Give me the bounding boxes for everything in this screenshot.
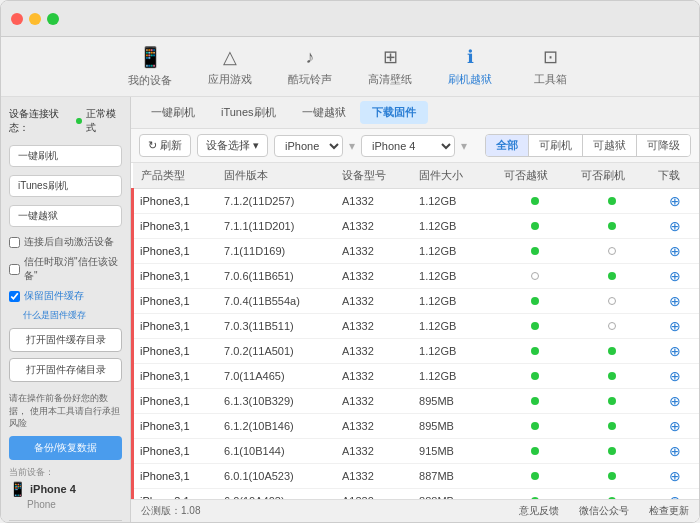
phone-icon: 📱 — [138, 45, 163, 69]
no-flash-dot — [608, 322, 616, 330]
table-row: iPhone3,1 7.1.1(11D201) A1332 1.12GB ⊕ — [133, 214, 700, 239]
cell-download[interactable]: ⊕ — [650, 264, 699, 289]
cell-size: 888MB — [411, 489, 496, 500]
cell-flash — [573, 189, 650, 214]
download-button[interactable]: ⊕ — [669, 443, 681, 459]
minimize-button[interactable] — [29, 13, 41, 25]
wechat-link[interactable]: 微信公众号 — [579, 504, 629, 518]
download-button[interactable]: ⊕ — [669, 268, 681, 284]
cell-download[interactable]: ⊕ — [650, 339, 699, 364]
table-row: iPhone3,1 7.0.3(11B511) A1332 1.12GB ⊕ — [133, 314, 700, 339]
nav-item-wallpaper[interactable]: ⊞ 高清壁纸 — [350, 40, 430, 93]
jailbreak-dot — [531, 347, 539, 355]
cell-download[interactable]: ⊕ — [650, 489, 699, 500]
download-button[interactable]: ⊕ — [669, 368, 681, 384]
onekey-jailbreak-btn[interactable]: 一键越狱 — [9, 205, 122, 227]
cell-size: 887MB — [411, 464, 496, 489]
no-trust-input[interactable] — [9, 264, 20, 275]
cell-download[interactable]: ⊕ — [650, 464, 699, 489]
cell-download[interactable]: ⊕ — [650, 189, 699, 214]
backup-restore-btn[interactable]: 备份/恢复数据 — [9, 436, 122, 460]
tab-onekey-flash[interactable]: 一键刷机 — [139, 101, 207, 124]
table-row: iPhone3,1 7.0.6(11B651) A1332 1.12GB ⊕ — [133, 264, 700, 289]
cell-size: 895MB — [411, 414, 496, 439]
jailbreak-dot — [531, 222, 539, 230]
cell-version: 6.0.1(10A523) — [216, 464, 334, 489]
check-update-link[interactable]: 检查更新 — [649, 504, 689, 518]
open-firmware-dir-btn[interactable]: 打开固件缓存目录 — [9, 328, 122, 352]
cell-product: iPhone3,1 — [133, 439, 217, 464]
download-button[interactable]: ⊕ — [669, 218, 681, 234]
table-row: iPhone3,1 7.1(11D169) A1332 1.12GB ⊕ — [133, 239, 700, 264]
download-button[interactable]: ⊕ — [669, 318, 681, 334]
close-button[interactable] — [11, 13, 23, 25]
nav-item-my-device[interactable]: 📱 我的设备 — [110, 39, 190, 94]
download-button[interactable]: ⊕ — [669, 468, 681, 484]
cell-flash — [573, 389, 650, 414]
auto-reconnect-label: 连接后自动激活设备 — [24, 235, 114, 249]
tutorial-center[interactable]: 教程中心 — [9, 520, 122, 522]
tab-itunes-flash[interactable]: iTunes刷机 — [209, 101, 288, 124]
tab-onekey-jailbreak[interactable]: 一键越狱 — [290, 101, 358, 124]
nav-label-ringtone: 酷玩铃声 — [288, 72, 332, 87]
download-button[interactable]: ⊕ — [669, 243, 681, 259]
refresh-label: 刷新 — [160, 138, 182, 153]
cell-product: iPhone3,1 — [133, 489, 217, 500]
cell-version: 7.1.1(11D201) — [216, 214, 334, 239]
cell-model: A1332 — [334, 414, 411, 439]
filter-can-downgrade[interactable]: 可降级 — [637, 135, 690, 156]
filter-can-flash[interactable]: 可越狱 — [583, 135, 637, 156]
feedback-link[interactable]: 意见反馈 — [519, 504, 559, 518]
download-button[interactable]: ⊕ — [669, 418, 681, 434]
device-select-label: 设备选择 ▾ — [206, 138, 259, 153]
no-trust-checkbox[interactable]: 信任时取消"信任该设备" — [9, 255, 122, 283]
onekey-flash-btn[interactable]: 一键刷机 — [9, 145, 122, 167]
traffic-lights — [11, 13, 59, 25]
firmware-cache-link[interactable]: 什么是固件缓存 — [23, 309, 122, 322]
cell-jailbreak — [496, 364, 573, 389]
jailbreak-dot — [531, 322, 539, 330]
auto-reconnect-checkbox[interactable]: 连接后自动激活设备 — [9, 235, 122, 249]
cell-product: iPhone3,1 — [133, 414, 217, 439]
cell-download[interactable]: ⊕ — [650, 214, 699, 239]
refresh-button[interactable]: ↻ 刷新 — [139, 134, 191, 157]
download-button[interactable]: ⊕ — [669, 393, 681, 409]
cell-download[interactable]: ⊕ — [650, 314, 699, 339]
open-firmware-save-dir-btn[interactable]: 打开固件存储目录 — [9, 358, 122, 382]
device-select-button[interactable]: 设备选择 ▾ — [197, 134, 268, 157]
no-trust-label: 信任时取消"信任该设备" — [24, 255, 122, 283]
device-type-select[interactable]: iPhone iPad iPod — [274, 135, 343, 157]
cell-download[interactable]: ⊕ — [650, 389, 699, 414]
main-content: 设备连接状态： 正常模式 一键刷机 iTunes刷机 一键越狱 连接后自动激活设… — [1, 97, 699, 522]
flash-dot — [608, 397, 616, 405]
download-button[interactable]: ⊕ — [669, 293, 681, 309]
cell-product: iPhone3,1 — [133, 239, 217, 264]
auto-reconnect-input[interactable] — [9, 237, 20, 248]
cell-model: A1332 — [334, 339, 411, 364]
cell-download[interactable]: ⊕ — [650, 439, 699, 464]
download-button[interactable]: ⊕ — [669, 343, 681, 359]
cell-download[interactable]: ⊕ — [650, 364, 699, 389]
maximize-button[interactable] — [47, 13, 59, 25]
cell-download[interactable]: ⊕ — [650, 414, 699, 439]
device-model-select[interactable]: iPhone 4 iPhone 3GS iPhone 3G — [361, 135, 455, 157]
tab-download-firmware[interactable]: 下载固件 — [360, 101, 428, 124]
itunes-flash-btn[interactable]: iTunes刷机 — [9, 175, 122, 197]
nav-item-toolbox[interactable]: ⊡ 工具箱 — [510, 40, 590, 93]
save-firmware-input[interactable] — [9, 291, 20, 302]
flash-dot — [608, 372, 616, 380]
nav-label-toolbox: 工具箱 — [534, 72, 567, 87]
no-flash-dot — [608, 247, 616, 255]
nav-item-app-games[interactable]: △ 应用游戏 — [190, 40, 270, 93]
save-firmware-checkbox[interactable]: 保留固件缓存 — [9, 289, 122, 303]
download-button[interactable]: ⊕ — [669, 193, 681, 209]
nav-item-jailbreak[interactable]: ℹ 刷机越狱 — [430, 40, 510, 93]
nav-item-ringtone[interactable]: ♪ 酷玩铃声 — [270, 41, 350, 93]
cell-model: A1332 — [334, 314, 411, 339]
filter-can-jailbreak[interactable]: 可刷机 — [529, 135, 583, 156]
cell-flash — [573, 264, 650, 289]
cell-version: 7.0.3(11B511) — [216, 314, 334, 339]
cell-download[interactable]: ⊕ — [650, 239, 699, 264]
cell-download[interactable]: ⊕ — [650, 289, 699, 314]
filter-all[interactable]: 全部 — [486, 135, 529, 156]
